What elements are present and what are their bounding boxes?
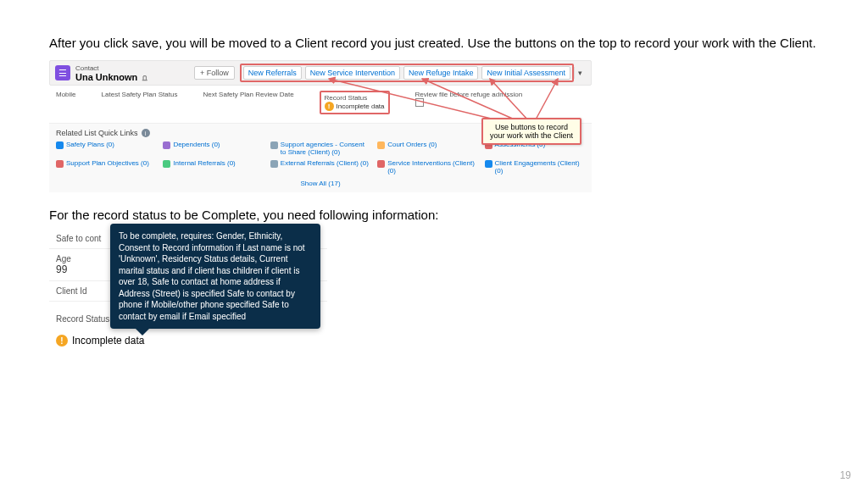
screenshot-contact-record: ☰ Contact Una Unknown ⩍ + Follow New Ref…	[49, 60, 592, 192]
new-service-intervention-button[interactable]: New Service Intervention	[305, 66, 400, 80]
intro-text: After you click save, you will be moved …	[49, 34, 819, 52]
field-review-file: Review file before refuge admission	[415, 91, 523, 114]
review-file-checkbox[interactable]	[415, 98, 424, 107]
field-mobile: Mobile	[56, 91, 76, 114]
ql-external-referrals[interactable]: External Referrals (Client) (0)	[281, 159, 369, 167]
show-all-link[interactable]: Show All (17)	[56, 180, 585, 187]
info-icon[interactable]: i	[142, 129, 150, 137]
ql-safety-plans[interactable]: Safety Plans (0)	[66, 141, 114, 148]
ql-internal-referrals[interactable]: Internal Referrals (0)	[173, 159, 235, 167]
ql-service-interventions[interactable]: Service Interventions (Client) (0)	[387, 159, 477, 175]
record-status-value: Incomplete data	[72, 335, 144, 347]
more-actions-button[interactable]: ▾	[574, 67, 586, 79]
ql-court-orders[interactable]: Court Orders (0)	[387, 141, 437, 148]
screenshot-record-status-tooltip: Safe to cont Age 99 Client Id Record Sta…	[49, 229, 327, 348]
warning-icon: !	[325, 102, 334, 111]
record-type-label: Contact	[75, 64, 147, 72]
annotation-callout: Use buttons to record your work with the…	[481, 118, 581, 145]
page-number: 19	[840, 469, 851, 481]
ql-dependents[interactable]: Dependents (0)	[173, 141, 220, 148]
contact-icon: ☰	[55, 65, 70, 80]
field-latest-safety-plan: Latest Safety Plan Status	[102, 91, 178, 114]
related-list-title: Related List Quick Links	[56, 129, 138, 137]
ql-support-agencies[interactable]: Support agencies - Consent to Share (Cli…	[281, 141, 370, 156]
field-record-status: Record Status ! Incomplete data	[320, 91, 390, 114]
warning-icon: !	[56, 335, 68, 347]
ql-client-engagements[interactable]: Client Engagements (Client) (0)	[495, 159, 585, 175]
action-button-row: New Referrals New Service Intervention N…	[240, 64, 574, 82]
para-complete-info: For the record status to be Complete, yo…	[49, 208, 819, 222]
helptext-tooltip: To be complete, requires: Gender, Ethnic…	[110, 224, 320, 329]
new-referrals-button[interactable]: New Referrals	[243, 66, 302, 80]
record-status-label: Record Status	[56, 314, 109, 324]
ql-support-plan-objectives[interactable]: Support Plan Objectives (0)	[66, 159, 149, 167]
new-refuge-intake-button[interactable]: New Refuge Intake	[403, 66, 479, 80]
new-initial-assessment-button[interactable]: New Initial Assessment	[481, 66, 570, 80]
record-header: ☰ Contact Una Unknown ⩍ + Follow New Ref…	[49, 60, 592, 86]
record-name: Una Unknown ⩍	[75, 72, 147, 82]
field-next-review-date: Next Safety Plan Review Date	[203, 91, 293, 114]
follow-button[interactable]: + Follow	[194, 66, 235, 80]
hierarchy-icon[interactable]: ⩍	[142, 72, 147, 82]
